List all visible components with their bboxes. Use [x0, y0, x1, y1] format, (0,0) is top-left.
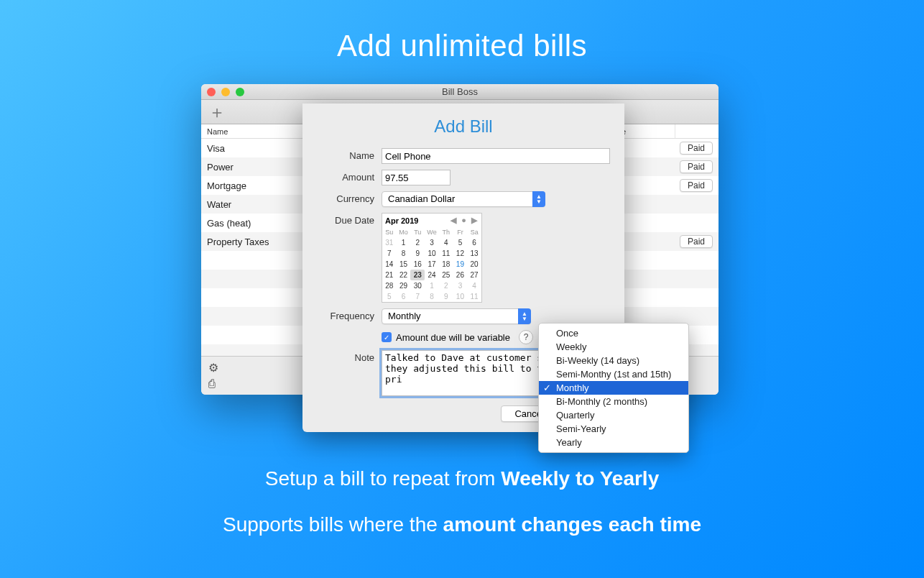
calendar-nav[interactable]: ◀ ● ▶	[451, 216, 479, 225]
variable-amount-checkbox[interactable]: ✓	[382, 332, 392, 342]
calendar-dow: Sa	[467, 227, 481, 237]
calendar-day[interactable]: 9	[439, 291, 453, 302]
frequency-option[interactable]: Weekly	[539, 340, 688, 354]
calendar-day[interactable]: 18	[439, 259, 453, 270]
calendar-day[interactable]: 2	[439, 280, 453, 291]
calendar-day[interactable]: 22	[397, 270, 411, 280]
label-due-date: Due Date	[317, 213, 382, 226]
calendar-month: Apr 2019	[385, 216, 418, 225]
calendar-day[interactable]: 21	[382, 270, 397, 280]
amount-input[interactable]	[382, 170, 451, 185]
calendar-day[interactable]: 12	[453, 248, 468, 259]
chevron-updown-icon: ▲▼	[532, 191, 545, 207]
calendar-day[interactable]: 26	[453, 270, 468, 280]
calendar-day[interactable]: 4	[467, 280, 481, 291]
calendar-day[interactable]: 31	[382, 237, 397, 248]
calendar-day[interactable]: 25	[439, 270, 453, 280]
hero-title: Add unlimited bills	[0, 29, 924, 63]
frequency-option[interactable]: Semi-Yearly	[539, 422, 688, 436]
label-amount: Amount	[317, 170, 382, 183]
frequency-option[interactable]: Monthly	[539, 381, 688, 395]
frequency-option[interactable]: Once	[539, 326, 688, 340]
calendar-day[interactable]: 1	[425, 280, 439, 291]
calendar-day[interactable]: 6	[397, 291, 411, 302]
label-note: Note	[317, 350, 382, 363]
calendar-day[interactable]: 23	[410, 270, 425, 280]
calendar-day[interactable]: 6	[467, 237, 481, 248]
frequency-option[interactable]: Quarterly	[539, 408, 688, 422]
calendar-day[interactable]: 3	[425, 237, 439, 248]
paid-button[interactable]: Paid	[680, 160, 713, 173]
calendar-day[interactable]: 11	[439, 248, 453, 259]
calendar-day[interactable]: 24	[425, 270, 439, 280]
frequency-option[interactable]: Bi-Weekly (14 days)	[539, 354, 688, 367]
variable-amount-label: Amount due will be variable	[396, 332, 510, 343]
calendar-dow: Th	[439, 227, 453, 237]
calendar-day[interactable]: 19	[453, 259, 468, 270]
calendar-day[interactable]: 15	[397, 259, 411, 270]
chevron-updown-icon: ▲▼	[518, 308, 531, 324]
calendar-dow: Su	[382, 227, 397, 237]
calendar-day[interactable]: 8	[425, 291, 439, 302]
caption-repeat: Setup a bill to repeat from Weekly to Ye…	[0, 467, 924, 490]
frequency-option[interactable]: Bi-Monthly (2 months)	[539, 395, 688, 408]
calendar-dow: Mo	[397, 227, 411, 237]
currency-select[interactable]: Canadian Dollar ▲▼	[382, 191, 545, 207]
calendar-day[interactable]: 2	[410, 237, 425, 248]
frequency-option[interactable]: Yearly	[539, 436, 688, 449]
calendar-day[interactable]: 17	[425, 259, 439, 270]
calendar-day[interactable]: 7	[382, 248, 397, 259]
calendar-day[interactable]: 10	[425, 248, 439, 259]
paid-button[interactable]: Paid	[680, 142, 713, 155]
frequency-option[interactable]: Semi-Monthy (1st and 15th)	[539, 367, 688, 381]
name-input[interactable]	[382, 148, 610, 164]
calendar-day[interactable]: 1	[397, 237, 411, 248]
calendar-day[interactable]: 29	[397, 280, 411, 291]
label-name: Name	[317, 148, 382, 161]
label-frequency: Frequency	[317, 308, 382, 321]
calendar-day[interactable]: 8	[397, 248, 411, 259]
calendar-dow: Tu	[410, 227, 425, 237]
calendar-day[interactable]: 13	[467, 248, 481, 259]
calendar-day[interactable]: 11	[467, 291, 481, 302]
paid-button[interactable]: Paid	[680, 235, 713, 248]
calendar-day[interactable]: 9	[410, 248, 425, 259]
calendar-dow: We	[425, 227, 439, 237]
window-title: Bill Boss	[201, 86, 719, 97]
calendar-dow: Fr	[453, 227, 468, 237]
calendar-day[interactable]: 5	[382, 291, 397, 302]
calendar-day[interactable]: 20	[467, 259, 481, 270]
help-icon[interactable]: ?	[519, 330, 533, 344]
paid-button[interactable]: Paid	[680, 179, 713, 192]
calendar-day[interactable]: 30	[410, 280, 425, 291]
caption-variable: Supports bills where the amount changes …	[0, 513, 924, 536]
calendar-day[interactable]: 10	[453, 291, 468, 302]
frequency-select[interactable]: Monthly ▲▼	[382, 308, 531, 324]
calendar-day[interactable]: 3	[453, 280, 468, 291]
sheet-title: Add Bill	[317, 116, 610, 137]
window-titlebar: Bill Boss	[201, 84, 719, 100]
calendar-day[interactable]: 7	[410, 291, 425, 302]
calendar-day[interactable]: 4	[439, 237, 453, 248]
calendar-day[interactable]: 5	[453, 237, 468, 248]
calendar-day[interactable]: 14	[382, 259, 397, 270]
calendar-day[interactable]: 27	[467, 270, 481, 280]
due-date-calendar[interactable]: Apr 2019 ◀ ● ▶ SuMoTuWeThFrSa31123456789…	[382, 213, 482, 303]
add-bill-icon[interactable]: ＋	[208, 104, 226, 121]
frequency-menu[interactable]: OnceWeeklyBi-Weekly (14 days)Semi-Monthy…	[538, 323, 689, 453]
calendar-day[interactable]: 28	[382, 280, 397, 291]
calendar-day[interactable]: 16	[410, 259, 425, 270]
label-currency: Currency	[317, 191, 382, 204]
